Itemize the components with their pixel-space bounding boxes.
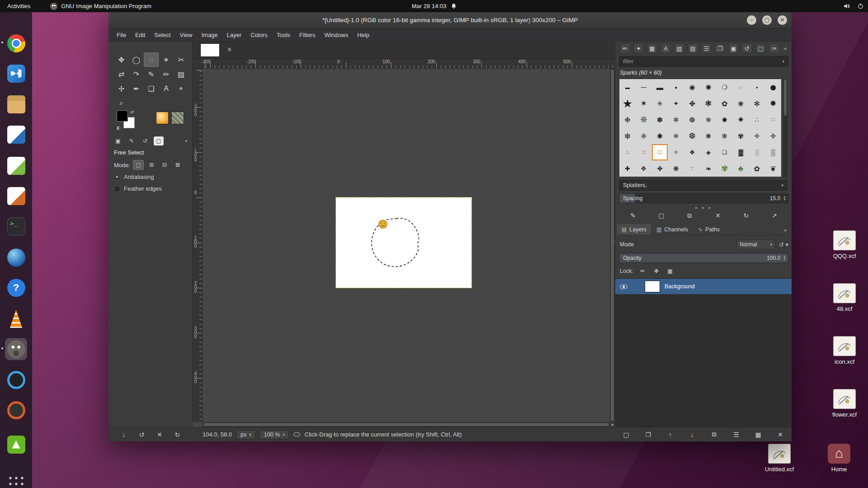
- brush-swatch[interactable]: ◌: [733, 79, 749, 95]
- navigation-preview-button[interactable]: ◆: [610, 422, 615, 427]
- brush-swatch[interactable]: ✥: [636, 160, 652, 177]
- add-mask-button[interactable]: ▦: [752, 429, 764, 440]
- menu-image[interactable]: Image: [197, 30, 222, 40]
- color-selector[interactable]: ⇄ ◧: [117, 110, 140, 132]
- layer-name[interactable]: Background: [665, 283, 695, 290]
- desktop-icon-48-xcf[interactable]: 48.xcf: [826, 283, 863, 312]
- menu-edit[interactable]: Edit: [131, 30, 150, 40]
- refresh-brushes-button[interactable]: ↻: [739, 210, 753, 221]
- brush-swatch[interactable]: ∷: [636, 144, 652, 160]
- restore-tool-options-button[interactable]: ↺: [136, 429, 147, 440]
- brush-filter-field[interactable]: filter ▾: [619, 56, 788, 67]
- active-brush-preview[interactable]: [156, 112, 169, 124]
- brush-swatch[interactable]: ✶: [636, 95, 652, 112]
- selection-mode-replace-button[interactable]: ▢: [133, 160, 144, 170]
- brush-collection-dropdown[interactable]: Splatters, ▾: [619, 180, 788, 191]
- lock-alpha-button[interactable]: ▦: [665, 267, 675, 276]
- dock-item-vlc[interactable]: [5, 308, 27, 330]
- gradients-tab[interactable]: ▧: [674, 43, 684, 53]
- chevron-down-icon[interactable]: ▾: [249, 432, 251, 437]
- brush-swatch[interactable]: ✹: [765, 95, 781, 112]
- brush-swatch[interactable]: ❀: [733, 95, 749, 112]
- dock-item-remmina[interactable]: [5, 369, 27, 391]
- buffers-tab[interactable]: ❐: [715, 43, 725, 53]
- zoom-tool[interactable]: ⌕: [114, 96, 129, 110]
- dock-item-chrome[interactable]: [5, 32, 27, 54]
- antialiasing-checkbox[interactable]: ✕: [114, 174, 120, 180]
- undo-history-tab[interactable]: ↺: [140, 136, 150, 145]
- horizontal-scrollbar[interactable]: [203, 422, 610, 427]
- delete-layer-button[interactable]: ✕: [774, 429, 786, 440]
- brush-swatch[interactable]: ▬: [619, 79, 636, 95]
- brush-swatch[interactable]: ❁: [684, 112, 700, 128]
- brush-swatch[interactable]: ☺: [652, 144, 668, 160]
- brush-swatch[interactable]: ✷: [733, 112, 749, 128]
- brush-grid-scrollbar[interactable]: [783, 79, 788, 177]
- brush-swatch[interactable]: ▒: [765, 144, 781, 160]
- desktop-icon-flower-xcf[interactable]: flower.xcf: [826, 389, 863, 418]
- menu-tools[interactable]: Tools: [272, 30, 295, 40]
- brush-swatch[interactable]: ❄: [717, 128, 733, 144]
- dock-item-firefox[interactable]: [5, 246, 27, 268]
- palettes-tab[interactable]: ▤: [688, 43, 698, 53]
- canvas-viewport[interactable]: [203, 69, 610, 422]
- brush-swatch[interactable]: ∴: [749, 112, 765, 128]
- default-colors-icon[interactable]: ◧: [117, 126, 121, 130]
- warp-transform-tool[interactable]: ↷: [129, 67, 144, 81]
- menu-colors[interactable]: Colors: [246, 30, 272, 40]
- brush-swatch[interactable]: ✦: [668, 95, 684, 112]
- brushes-tab[interactable]: ✏: [620, 43, 630, 53]
- dock-item-terminal[interactable]: [5, 215, 27, 237]
- antialiasing-option[interactable]: ✕ Antialiasing: [114, 174, 154, 180]
- title-bar[interactable]: *[Untitled]-1.0 (RGB color 16-bit gamma …: [108, 12, 792, 28]
- brush-swatch[interactable]: ❖: [684, 144, 700, 160]
- brush-swatch[interactable]: ●: [765, 79, 781, 95]
- menu-file[interactable]: File: [112, 30, 131, 40]
- merge-layer-button[interactable]: ☰: [731, 429, 742, 440]
- brush-swatch[interactable]: ✣: [765, 128, 781, 144]
- measure-tool[interactable]: ⌖: [174, 81, 189, 96]
- ink-tool[interactable]: ✒: [129, 81, 144, 96]
- selection-mode-add-button[interactable]: ⊞: [146, 160, 157, 170]
- lower-layer-button[interactable]: ↓: [686, 429, 698, 440]
- crop-tool[interactable]: ✂: [174, 52, 189, 67]
- brush-swatch[interactable]: ✵: [700, 112, 717, 128]
- templates-tab[interactable]: ▢: [755, 43, 766, 53]
- lock-pixels-button[interactable]: ✏: [638, 267, 648, 276]
- visibility-eye-icon[interactable]: [620, 284, 627, 289]
- new-brush-button[interactable]: ▢: [655, 210, 668, 221]
- system-status-area[interactable]: [844, 3, 863, 9]
- foreground-color-swatch[interactable]: [117, 110, 128, 122]
- image-tab-thumbnail[interactable]: [200, 43, 220, 57]
- horizontal-scrollbar-thumb[interactable]: [203, 423, 609, 426]
- left-ruler[interactable]: -200-1000100200300400: [193, 69, 203, 422]
- menu-view[interactable]: View: [175, 30, 197, 40]
- move-tool[interactable]: ✥: [114, 52, 129, 67]
- brush-swatch[interactable]: ∷: [765, 112, 781, 128]
- new-layer-button[interactable]: ▢: [620, 429, 632, 440]
- paintbrush-tool[interactable]: ✏: [159, 67, 174, 81]
- brush-swatch[interactable]: ✢: [749, 128, 765, 144]
- dock-item-rhythmbox[interactable]: [5, 399, 27, 421]
- brush-swatch[interactable]: ✲: [668, 128, 684, 144]
- selection-mode-subtract-button[interactable]: ⊟: [159, 160, 170, 170]
- save-tool-options-button[interactable]: ↓: [118, 429, 130, 440]
- dock-item-vscode[interactable]: [5, 62, 27, 84]
- active-pattern-preview[interactable]: [171, 112, 184, 124]
- reset-tool-options-button[interactable]: ↻: [171, 429, 183, 440]
- tool-options-menu-icon[interactable]: ◂: [184, 137, 187, 144]
- free-select-tool[interactable]: ◌: [144, 52, 159, 67]
- edit-brush-button[interactable]: ✎: [626, 210, 640, 221]
- dock-item-help[interactable]: [5, 277, 27, 299]
- chevron-down-icon[interactable]: ▾: [283, 432, 285, 437]
- brush-swatch[interactable]: ✽: [652, 112, 668, 128]
- dock-item-show-apps[interactable]: [5, 473, 27, 488]
- mypaint-brushes-tab[interactable]: ✑: [769, 43, 779, 53]
- brush-swatch[interactable]: ♣: [733, 160, 749, 177]
- pencil-tool[interactable]: ✎: [144, 67, 159, 81]
- brush-swatch[interactable]: ✳: [652, 95, 668, 112]
- raise-layer-button[interactable]: ↑: [664, 429, 676, 440]
- brush-swatch[interactable]: ✚: [619, 160, 636, 177]
- open-brush-as-image-button[interactable]: ↗: [768, 210, 781, 221]
- desktop-icon-untitled-xcf[interactable]: Untitled.xcf: [760, 444, 798, 473]
